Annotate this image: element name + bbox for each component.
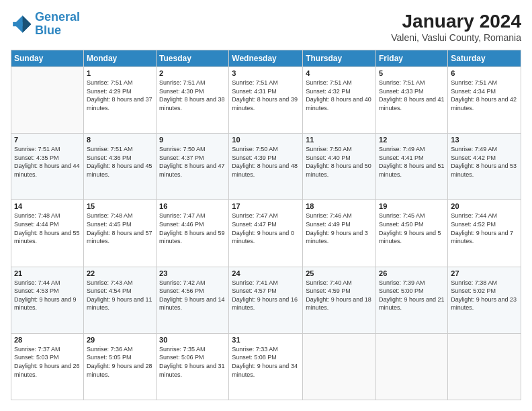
day-number: 14 xyxy=(14,202,81,210)
calendar-cell: 2Sunrise: 7:51 AMSunset: 4:30 PMDaylight… xyxy=(157,67,229,134)
day-number: 31 xyxy=(232,336,300,344)
calendar-cell xyxy=(11,67,84,134)
day-number: 18 xyxy=(306,202,373,210)
calendar-cell: 31Sunrise: 7:33 AMSunset: 5:08 PMDayligh… xyxy=(229,333,303,400)
calendar-cell xyxy=(376,333,448,400)
calendar-cell: 10Sunrise: 7:50 AMSunset: 4:39 PMDayligh… xyxy=(229,134,303,200)
day-number: 10 xyxy=(232,136,300,144)
title-block: January 2024 Valeni, Vaslui County, Roma… xyxy=(391,11,521,43)
day-info: Sunrise: 7:48 AMSunset: 4:45 PMDaylight:… xyxy=(87,212,153,245)
day-info: Sunrise: 7:51 AMSunset: 4:31 PMDaylight:… xyxy=(232,79,300,112)
day-number: 24 xyxy=(232,269,300,277)
day-info: Sunrise: 7:51 AMSunset: 4:36 PMDaylight:… xyxy=(87,145,153,179)
day-info: Sunrise: 7:50 AMSunset: 4:37 PMDaylight:… xyxy=(159,145,226,179)
day-number: 7 xyxy=(14,136,81,144)
calendar-week-row: 1Sunrise: 7:51 AMSunset: 4:29 PMDaylight… xyxy=(11,67,521,134)
calendar-cell: 1Sunrise: 7:51 AMSunset: 4:29 PMDaylight… xyxy=(83,67,156,134)
calendar-cell: 6Sunrise: 7:51 AMSunset: 4:34 PMDaylight… xyxy=(448,67,521,134)
calendar-cell: 25Sunrise: 7:40 AMSunset: 4:59 PMDayligh… xyxy=(303,267,376,333)
day-info: Sunrise: 7:50 AMSunset: 4:40 PMDaylight:… xyxy=(306,145,373,179)
calendar-header-row: SundayMondayTuesdayWednesdayThursdayFrid… xyxy=(11,50,521,67)
calendar-cell: 29Sunrise: 7:36 AMSunset: 5:05 PMDayligh… xyxy=(83,333,156,400)
calendar-week-row: 14Sunrise: 7:48 AMSunset: 4:44 PMDayligh… xyxy=(11,200,521,267)
day-number: 3 xyxy=(232,69,300,77)
calendar-cell: 12Sunrise: 7:49 AMSunset: 4:41 PMDayligh… xyxy=(376,134,448,200)
calendar-cell: 3Sunrise: 7:51 AMSunset: 4:31 PMDaylight… xyxy=(229,67,303,134)
day-number: 25 xyxy=(306,269,373,277)
svg-rect-2 xyxy=(13,22,22,26)
day-number: 15 xyxy=(87,202,153,210)
calendar-cell: 7Sunrise: 7:51 AMSunset: 4:35 PMDaylight… xyxy=(11,134,84,200)
day-info: Sunrise: 7:51 AMSunset: 4:29 PMDaylight:… xyxy=(87,79,153,112)
day-info: Sunrise: 7:46 AMSunset: 4:49 PMDaylight:… xyxy=(306,212,373,245)
day-number: 22 xyxy=(87,269,153,277)
weekday-header: Sunday xyxy=(11,50,84,67)
calendar-cell: 20Sunrise: 7:44 AMSunset: 4:52 PMDayligh… xyxy=(448,200,521,267)
logo-line1: General xyxy=(35,10,80,24)
calendar-cell: 4Sunrise: 7:51 AMSunset: 4:32 PMDaylight… xyxy=(303,67,376,134)
weekday-header: Wednesday xyxy=(229,50,303,67)
calendar-cell: 28Sunrise: 7:37 AMSunset: 5:03 PMDayligh… xyxy=(11,333,84,400)
day-number: 8 xyxy=(87,136,153,144)
day-info: Sunrise: 7:33 AMSunset: 5:08 PMDaylight:… xyxy=(232,345,300,379)
calendar-cell: 13Sunrise: 7:49 AMSunset: 4:42 PMDayligh… xyxy=(448,134,521,200)
day-number: 29 xyxy=(87,336,153,344)
header: General Blue January 2024 Valeni, Vaslui… xyxy=(11,11,521,43)
calendar-cell: 22Sunrise: 7:43 AMSunset: 4:54 PMDayligh… xyxy=(83,267,156,333)
page: General Blue January 2024 Valeni, Vaslui… xyxy=(0,0,532,411)
logo-text: General Blue xyxy=(35,11,80,38)
day-number: 11 xyxy=(306,136,373,144)
day-info: Sunrise: 7:39 AMSunset: 5:00 PMDaylight:… xyxy=(379,279,445,312)
day-info: Sunrise: 7:51 AMSunset: 4:35 PMDaylight:… xyxy=(14,145,81,179)
calendar-cell: 15Sunrise: 7:48 AMSunset: 4:45 PMDayligh… xyxy=(83,200,156,267)
day-info: Sunrise: 7:51 AMSunset: 4:34 PMDaylight:… xyxy=(451,79,518,112)
day-number: 30 xyxy=(159,336,226,344)
calendar-cell xyxy=(303,333,376,400)
page-title: January 2024 xyxy=(391,11,521,32)
day-info: Sunrise: 7:51 AMSunset: 4:32 PMDaylight:… xyxy=(306,79,373,112)
day-info: Sunrise: 7:50 AMSunset: 4:39 PMDaylight:… xyxy=(232,145,300,179)
day-info: Sunrise: 7:44 AMSunset: 4:53 PMDaylight:… xyxy=(14,279,81,312)
logo-icon xyxy=(11,13,32,35)
calendar-week-row: 7Sunrise: 7:51 AMSunset: 4:35 PMDaylight… xyxy=(11,134,521,200)
logo: General Blue xyxy=(11,11,80,38)
calendar-cell: 19Sunrise: 7:45 AMSunset: 4:50 PMDayligh… xyxy=(376,200,448,267)
day-number: 9 xyxy=(159,136,226,144)
weekday-header: Saturday xyxy=(448,50,521,67)
day-info: Sunrise: 7:47 AMSunset: 4:47 PMDaylight:… xyxy=(232,212,300,245)
calendar-cell: 26Sunrise: 7:39 AMSunset: 5:00 PMDayligh… xyxy=(376,267,448,333)
day-info: Sunrise: 7:49 AMSunset: 4:42 PMDaylight:… xyxy=(451,145,518,179)
day-number: 17 xyxy=(232,202,300,210)
day-number: 28 xyxy=(14,336,81,344)
calendar-cell: 23Sunrise: 7:42 AMSunset: 4:56 PMDayligh… xyxy=(157,267,229,333)
day-number: 21 xyxy=(14,269,81,277)
calendar-cell: 9Sunrise: 7:50 AMSunset: 4:37 PMDaylight… xyxy=(157,134,229,200)
day-number: 6 xyxy=(451,69,518,77)
day-number: 23 xyxy=(159,269,226,277)
day-info: Sunrise: 7:51 AMSunset: 4:33 PMDaylight:… xyxy=(379,79,445,112)
day-number: 12 xyxy=(379,136,445,144)
svg-marker-1 xyxy=(23,15,32,33)
day-number: 19 xyxy=(379,202,445,210)
calendar-cell: 11Sunrise: 7:50 AMSunset: 4:40 PMDayligh… xyxy=(303,134,376,200)
day-info: Sunrise: 7:49 AMSunset: 4:41 PMDaylight:… xyxy=(379,145,445,179)
day-info: Sunrise: 7:51 AMSunset: 4:30 PMDaylight:… xyxy=(159,79,226,112)
day-info: Sunrise: 7:36 AMSunset: 5:05 PMDaylight:… xyxy=(87,345,153,379)
calendar-cell: 16Sunrise: 7:47 AMSunset: 4:46 PMDayligh… xyxy=(157,200,229,267)
calendar-cell: 8Sunrise: 7:51 AMSunset: 4:36 PMDaylight… xyxy=(83,134,156,200)
day-number: 1 xyxy=(87,69,153,77)
day-info: Sunrise: 7:43 AMSunset: 4:54 PMDaylight:… xyxy=(87,279,153,312)
weekday-header: Monday xyxy=(83,50,156,67)
calendar-cell: 21Sunrise: 7:44 AMSunset: 4:53 PMDayligh… xyxy=(11,267,84,333)
day-info: Sunrise: 7:45 AMSunset: 4:50 PMDaylight:… xyxy=(379,212,445,245)
calendar-cell xyxy=(448,333,521,400)
day-info: Sunrise: 7:47 AMSunset: 4:46 PMDaylight:… xyxy=(159,212,226,245)
page-subtitle: Valeni, Vaslui County, Romania xyxy=(391,32,521,43)
day-number: 26 xyxy=(379,269,445,277)
day-info: Sunrise: 7:44 AMSunset: 4:52 PMDaylight:… xyxy=(451,212,518,245)
day-info: Sunrise: 7:41 AMSunset: 4:57 PMDaylight:… xyxy=(232,279,300,312)
calendar-cell: 30Sunrise: 7:35 AMSunset: 5:06 PMDayligh… xyxy=(157,333,229,400)
day-info: Sunrise: 7:48 AMSunset: 4:44 PMDaylight:… xyxy=(14,212,81,245)
day-info: Sunrise: 7:38 AMSunset: 5:02 PMDaylight:… xyxy=(451,279,518,312)
calendar-cell: 18Sunrise: 7:46 AMSunset: 4:49 PMDayligh… xyxy=(303,200,376,267)
